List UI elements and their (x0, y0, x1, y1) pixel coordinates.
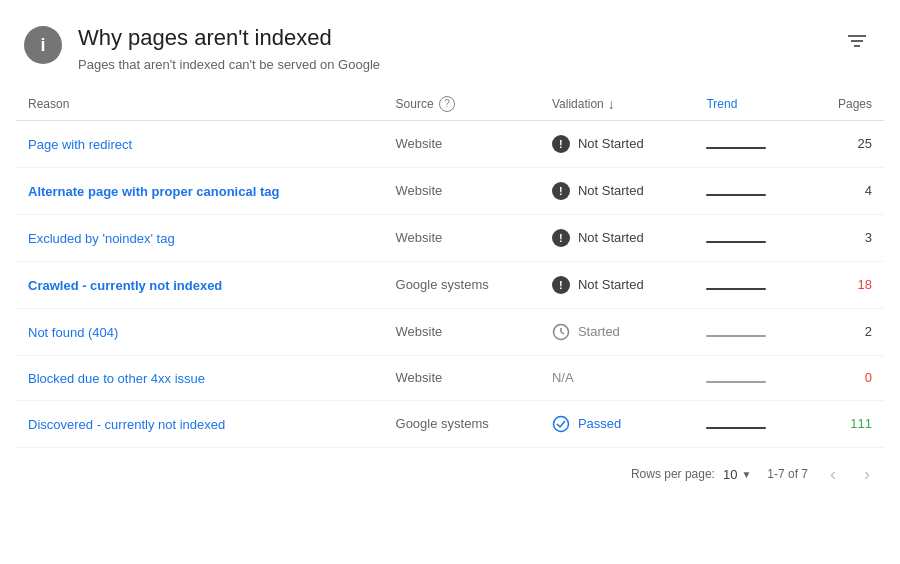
pages-value: 18 (858, 277, 872, 292)
pages-value: 0 (865, 370, 872, 385)
trend-line (706, 427, 766, 429)
validation-status: Not Started (578, 277, 644, 292)
validation-cell: !Not Started (540, 120, 694, 167)
reason-link[interactable]: Page with redirect (28, 137, 132, 152)
pages-value: 111 (850, 416, 872, 431)
trend-line (706, 335, 766, 337)
reason-cell: Page with redirect (16, 120, 384, 167)
sort-arrow-icon: ↓ (608, 96, 615, 112)
source-cell: Google systems (384, 400, 540, 447)
trend-line (706, 288, 766, 290)
source-cell: Google systems (384, 261, 540, 308)
validation-status: Started (578, 324, 620, 339)
table-row: Not found (404)WebsiteStarted2 (16, 308, 884, 355)
check-icon (552, 415, 570, 433)
trend-cell (694, 214, 806, 261)
table-footer: Rows per page: 10 ▼ 1-7 of 7 ‹ › (0, 448, 900, 501)
pages-cell: 25 (807, 120, 884, 167)
table-row: Excluded by 'noindex' tagWebsite!Not Sta… (16, 214, 884, 261)
pages-value: 25 (858, 136, 872, 151)
trend-cell (694, 167, 806, 214)
table-row: Crawled - currently not indexedGoogle sy… (16, 261, 884, 308)
validation-cell: N/A (540, 355, 694, 400)
trend-line (706, 147, 766, 149)
filter-button[interactable] (838, 24, 876, 61)
table-row: Discovered - currently not indexedGoogle… (16, 400, 884, 447)
rows-per-page-section: Rows per page: 10 ▼ (631, 467, 751, 482)
reason-link[interactable]: Not found (404) (28, 325, 118, 340)
validation-header[interactable]: Validation ↓ (540, 88, 694, 121)
pages-cell: 0 (807, 355, 884, 400)
validation-status: N/A (552, 370, 574, 385)
reason-header: Reason (16, 88, 384, 121)
table-container: Reason Source ? Validation ↓ Trend Pages (0, 88, 900, 448)
table-row: Page with redirectWebsite!Not Started25 (16, 120, 884, 167)
trend-cell (694, 261, 806, 308)
warning-icon: ! (552, 135, 570, 153)
trend-cell (694, 355, 806, 400)
trend-cell (694, 120, 806, 167)
warning-icon: ! (552, 182, 570, 200)
clock-icon (552, 323, 570, 341)
page-title: Why pages aren't indexed (78, 24, 380, 53)
pages-value: 4 (865, 183, 872, 198)
trend-line (706, 194, 766, 196)
pages-value: 2 (865, 324, 872, 339)
source-help-icon[interactable]: ? (439, 96, 455, 112)
trend-cell (694, 308, 806, 355)
header-left: i Why pages aren't indexed Pages that ar… (24, 24, 380, 72)
validation-status: Not Started (578, 183, 644, 198)
reason-cell: Blocked due to other 4xx issue (16, 355, 384, 400)
trend-header: Trend (694, 88, 806, 121)
pages-value: 3 (865, 230, 872, 245)
reason-link[interactable]: Crawled - currently not indexed (28, 278, 222, 293)
next-page-button[interactable]: › (858, 460, 876, 489)
source-cell: Website (384, 120, 540, 167)
header-text: Why pages aren't indexed Pages that aren… (78, 24, 380, 72)
header-area: i Why pages aren't indexed Pages that ar… (0, 0, 900, 88)
reason-link[interactable]: Excluded by 'noindex' tag (28, 231, 175, 246)
source-cell: Website (384, 214, 540, 261)
source-cell: Website (384, 355, 540, 400)
pages-header: Pages (807, 88, 884, 121)
svg-line-5 (561, 332, 564, 334)
source-cell: Website (384, 167, 540, 214)
reason-cell: Alternate page with proper canonical tag (16, 167, 384, 214)
source-cell: Website (384, 308, 540, 355)
validation-cell: Started (540, 308, 694, 355)
validation-status: Passed (578, 416, 621, 431)
reason-cell: Discovered - currently not indexed (16, 400, 384, 447)
reason-link[interactable]: Discovered - currently not indexed (28, 417, 225, 432)
pages-cell: 111 (807, 400, 884, 447)
reason-link[interactable]: Alternate page with proper canonical tag (28, 184, 279, 199)
trend-cell (694, 400, 806, 447)
pages-cell: 2 (807, 308, 884, 355)
reason-cell: Not found (404) (16, 308, 384, 355)
validation-status: Not Started (578, 230, 644, 245)
reason-cell: Excluded by 'noindex' tag (16, 214, 384, 261)
pagination-info: 1-7 of 7 (767, 467, 808, 481)
chevron-down-icon: ▼ (741, 469, 751, 480)
prev-page-button[interactable]: ‹ (824, 460, 842, 489)
pages-cell: 4 (807, 167, 884, 214)
trend-line (706, 241, 766, 243)
table-header-row: Reason Source ? Validation ↓ Trend Pages (16, 88, 884, 121)
validation-cell: !Not Started (540, 261, 694, 308)
pages-cell: 3 (807, 214, 884, 261)
validation-cell: !Not Started (540, 167, 694, 214)
source-header: Source ? (384, 88, 540, 121)
validation-cell: !Not Started (540, 214, 694, 261)
table-body: Page with redirectWebsite!Not Started25A… (16, 120, 884, 447)
pages-table: Reason Source ? Validation ↓ Trend Pages (16, 88, 884, 448)
rows-per-page-label: Rows per page: (631, 467, 715, 481)
svg-point-6 (553, 416, 568, 431)
pages-cell: 18 (807, 261, 884, 308)
reason-link[interactable]: Blocked due to other 4xx issue (28, 371, 205, 386)
reason-cell: Crawled - currently not indexed (16, 261, 384, 308)
validation-status: Not Started (578, 136, 644, 151)
info-icon: i (24, 26, 62, 64)
warning-icon: ! (552, 229, 570, 247)
table-row: Alternate page with proper canonical tag… (16, 167, 884, 214)
rows-per-page-select[interactable]: 10 ▼ (723, 467, 751, 482)
warning-icon: ! (552, 276, 570, 294)
